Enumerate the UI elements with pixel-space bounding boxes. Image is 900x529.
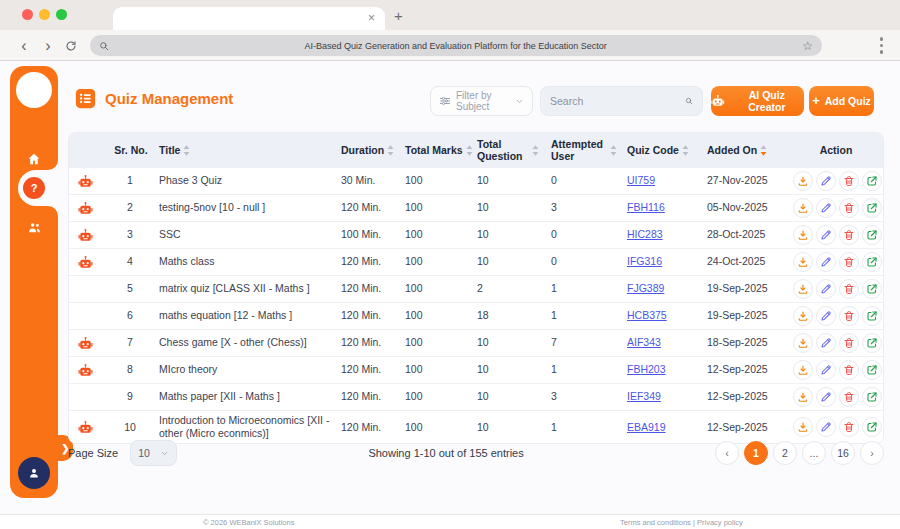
delete-button[interactable] <box>839 333 859 353</box>
page-16-button[interactable]: 16 <box>831 441 855 465</box>
forward-button[interactable]: › <box>40 38 56 54</box>
url-bar[interactable]: AI-Based Quiz Generation and Evaluation … <box>90 35 822 56</box>
download-button[interactable] <box>793 171 813 191</box>
share-icon <box>866 283 878 295</box>
quiz-code-link[interactable]: HCB375 <box>627 309 667 321</box>
col-added-on[interactable]: Added On <box>707 141 793 159</box>
share-button[interactable] <box>862 333 882 353</box>
page-ellipsis[interactable]: ... <box>802 441 826 465</box>
download-button[interactable] <box>793 279 813 299</box>
edit-button[interactable] <box>816 306 836 326</box>
ai-generated-cell <box>69 333 107 354</box>
quiz-code-link[interactable]: FJG389 <box>627 282 664 294</box>
col-total-marks[interactable]: Total Marks <box>405 141 477 159</box>
col-title[interactable]: Title <box>159 141 341 159</box>
share-button[interactable] <box>862 198 882 218</box>
sidebar-item-users[interactable] <box>10 214 58 240</box>
delete-button[interactable] <box>839 417 859 437</box>
share-button[interactable] <box>862 387 882 407</box>
share-button[interactable] <box>862 252 882 272</box>
prev-page-button[interactable]: ‹ <box>715 441 739 465</box>
quiz-code-link[interactable]: HIC283 <box>627 228 663 240</box>
window-close-button[interactable] <box>22 9 33 20</box>
edit-button[interactable] <box>816 252 836 272</box>
quiz-code-link[interactable]: FBH116 <box>627 201 665 213</box>
col-ai-icon <box>69 147 107 153</box>
delete-button[interactable] <box>839 279 859 299</box>
tab-close-icon[interactable]: × <box>368 11 375 25</box>
share-button[interactable] <box>862 279 882 299</box>
ai-quiz-creator-button[interactable]: AI Quiz Creator <box>711 86 804 116</box>
quiz-code-link[interactable]: EBA919 <box>627 421 666 433</box>
filter-by-subject-select[interactable]: Filter by Subject <box>430 86 533 116</box>
edit-button[interactable] <box>816 387 836 407</box>
share-button[interactable] <box>862 360 882 380</box>
bookmark-star-icon[interactable]: ☆ <box>802 40 813 52</box>
browser-menu-icon[interactable] <box>877 34 887 57</box>
search-input[interactable] <box>550 95 685 107</box>
edit-button[interactable] <box>816 360 836 380</box>
share-button[interactable] <box>862 417 882 437</box>
download-button[interactable] <box>793 417 813 437</box>
col-total-question[interactable]: Total Question <box>477 135 551 165</box>
add-quiz-button[interactable]: + Add Quiz <box>809 86 874 116</box>
download-button[interactable] <box>793 306 813 326</box>
page-1-button[interactable]: 1 <box>744 441 768 465</box>
delete-button[interactable] <box>839 198 859 218</box>
delete-button[interactable] <box>839 225 859 245</box>
edit-button[interactable] <box>816 171 836 191</box>
delete-button[interactable] <box>839 306 859 326</box>
share-button[interactable] <box>862 306 882 326</box>
edit-button[interactable] <box>816 333 836 353</box>
sr-no-cell: 1 <box>107 171 159 190</box>
window-zoom-button[interactable] <box>56 9 67 20</box>
share-button[interactable] <box>862 225 882 245</box>
edit-button[interactable] <box>816 198 836 218</box>
profile-button[interactable] <box>18 457 50 489</box>
download-button[interactable] <box>793 252 813 272</box>
attempted-user-cell: 0 <box>551 171 627 190</box>
download-button[interactable] <box>793 198 813 218</box>
col-duration[interactable]: Duration <box>341 141 405 159</box>
total-marks-cell: 100 <box>405 171 477 190</box>
quiz-code-link[interactable]: IFG316 <box>627 255 662 267</box>
attempted-user-cell: 1 <box>551 279 627 298</box>
delete-button[interactable] <box>839 171 859 191</box>
duration-cell: 100 Min. <box>341 225 405 244</box>
plus-icon: + <box>812 95 820 107</box>
next-page-button[interactable]: › <box>860 441 884 465</box>
added-on-cell: 28-Oct-2025 <box>707 225 793 244</box>
col-attempted-user[interactable]: Attempted User <box>551 135 627 165</box>
quiz-code-link[interactable]: IEF349 <box>627 390 661 402</box>
download-button[interactable] <box>793 225 813 245</box>
sidebar-item-quiz-management[interactable]: ? <box>23 177 45 199</box>
download-button[interactable] <box>793 333 813 353</box>
page-size-select[interactable]: 10 <box>130 440 177 466</box>
window-minimize-button[interactable] <box>39 9 50 20</box>
robot-icon <box>78 201 93 216</box>
edit-button[interactable] <box>816 225 836 245</box>
total-question-cell: 10 <box>477 333 551 352</box>
quiz-code-link[interactable]: FBH203 <box>627 363 666 375</box>
browser-tab[interactable]: × <box>113 7 385 30</box>
download-button[interactable] <box>793 387 813 407</box>
total-question-cell: 10 <box>477 387 551 406</box>
delete-button[interactable] <box>839 387 859 407</box>
new-tab-button[interactable]: + <box>394 9 403 23</box>
edit-button[interactable] <box>816 417 836 437</box>
back-button[interactable]: ‹ <box>16 38 32 54</box>
delete-button[interactable] <box>839 252 859 272</box>
quiz-code-link[interactable]: UI759 <box>627 174 655 186</box>
delete-button[interactable] <box>839 360 859 380</box>
legal-links[interactable]: Terms and conditions | Privacy policy <box>620 518 743 527</box>
reload-button[interactable] <box>63 39 79 55</box>
quiz-code-link[interactable]: AIF343 <box>627 336 661 348</box>
download-button[interactable] <box>793 360 813 380</box>
share-button[interactable] <box>862 171 882 191</box>
page-2-button[interactable]: 2 <box>773 441 797 465</box>
home-icon <box>27 152 41 166</box>
col-quiz-code[interactable]: Quiz Code <box>627 141 707 159</box>
edit-button[interactable] <box>816 279 836 299</box>
duration-cell: 120 Min. <box>341 333 405 352</box>
added-on-cell: 12-Sep-2025 <box>707 418 793 437</box>
